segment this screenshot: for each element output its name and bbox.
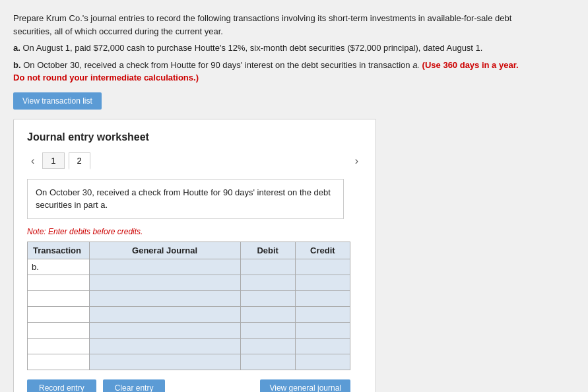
table-row	[28, 306, 350, 322]
col-transaction: Transaction	[28, 242, 90, 259]
clear-entry-button[interactable]: Clear entry	[103, 379, 166, 393]
journal-entry-worksheet: Journal entry worksheet ‹ 1 2 › On Octob…	[13, 119, 376, 393]
journal-input-cell[interactable]	[89, 354, 240, 370]
table-row	[28, 290, 350, 306]
prev-tab-chevron[interactable]: ‹	[27, 154, 38, 168]
credit-input-cell[interactable]	[295, 322, 350, 338]
credit-input-4[interactable]	[296, 323, 350, 338]
debit-input-cell[interactable]	[240, 306, 295, 322]
journal-input-6[interactable]	[90, 354, 240, 370]
credit-input-cell[interactable]	[295, 259, 350, 275]
debit-input-cell[interactable]	[240, 354, 295, 370]
journal-input-2[interactable]	[90, 291, 240, 306]
table-header-row: Transaction General Journal Debit Credit	[28, 242, 350, 259]
table-row	[28, 354, 350, 370]
intro-section: Prepare Krum Co.'s journal entries to re…	[13, 12, 575, 84]
entry-note: Note: Enter debits before credits.	[27, 227, 362, 236]
debit-input-cell[interactable]	[240, 322, 295, 338]
journal-input-cell[interactable]	[89, 338, 240, 354]
worksheet-title: Journal entry worksheet	[27, 131, 362, 143]
journal-input-cell[interactable]	[89, 275, 240, 290]
tab-1[interactable]: 1	[42, 152, 64, 169]
debit-input-2[interactable]	[241, 291, 295, 306]
debit-input-cell[interactable]	[240, 338, 295, 354]
transaction-label-2	[28, 290, 90, 306]
transaction-label-1	[28, 275, 90, 290]
debit-input-4[interactable]	[241, 323, 295, 338]
col-credit: Credit	[295, 242, 350, 259]
debit-input-cell[interactable]	[240, 275, 295, 290]
credit-input-2[interactable]	[296, 291, 350, 306]
col-general-journal: General Journal	[89, 242, 240, 259]
transaction-label-4	[28, 322, 90, 338]
credit-input-cell[interactable]	[295, 354, 350, 370]
debit-input-cell[interactable]	[240, 259, 295, 275]
journal-input-5[interactable]	[90, 339, 240, 354]
credit-input-cell[interactable]	[295, 338, 350, 354]
journal-input-4[interactable]	[90, 323, 240, 338]
journal-input-1[interactable]	[90, 275, 240, 290]
credit-input-0[interactable]	[296, 259, 350, 275]
journal-input-cell[interactable]	[89, 259, 240, 275]
record-entry-button[interactable]: Record entry	[27, 379, 96, 393]
credit-input-1[interactable]	[296, 275, 350, 290]
debit-input-6[interactable]	[241, 354, 295, 370]
transaction-label-3	[28, 306, 90, 322]
credit-input-cell[interactable]	[295, 306, 350, 322]
view-general-journal-button[interactable]: View general journal	[260, 379, 350, 393]
transaction-description: On October 30, received a check from Hou…	[27, 179, 344, 219]
transaction-label-b: b.	[28, 259, 90, 275]
debit-input-cell[interactable]	[240, 290, 295, 306]
journal-input-3[interactable]	[90, 307, 240, 322]
intro-line1: Prepare Krum Co.'s journal entries to re…	[13, 12, 575, 38]
intro-item-a: a. On August 1, paid $72,000 cash to pur…	[13, 42, 575, 55]
transaction-label-5	[28, 338, 90, 354]
journal-input-cell[interactable]	[89, 306, 240, 322]
journal-input-0[interactable]	[90, 259, 240, 275]
credit-input-6[interactable]	[296, 354, 350, 370]
tab-2[interactable]: 2	[69, 152, 90, 170]
next-tab-chevron[interactable]: ›	[351, 154, 362, 168]
credit-input-5[interactable]	[296, 339, 350, 354]
table-row: b.	[28, 259, 350, 275]
table-row	[28, 322, 350, 338]
col-debit: Debit	[240, 242, 295, 259]
debit-input-1[interactable]	[241, 275, 295, 290]
credit-input-cell[interactable]	[295, 290, 350, 306]
action-buttons: Record entry Clear entry View general jo…	[27, 379, 350, 393]
debit-input-0[interactable]	[241, 259, 295, 275]
journal-input-cell[interactable]	[89, 290, 240, 306]
debit-input-3[interactable]	[241, 307, 295, 322]
intro-item-b: b. On October 30, received a check from …	[13, 59, 575, 84]
debit-input-5[interactable]	[241, 339, 295, 354]
credit-input-cell[interactable]	[295, 275, 350, 290]
transaction-label-6	[28, 354, 90, 370]
credit-input-3[interactable]	[296, 307, 350, 322]
view-transaction-list-button[interactable]: View transaction list	[13, 92, 102, 110]
tab-navigation: ‹ 1 2 ›	[27, 152, 362, 170]
journal-input-cell[interactable]	[89, 322, 240, 338]
table-row	[28, 338, 350, 354]
table-row	[28, 275, 350, 290]
journal-table: Transaction General Journal Debit Credit…	[27, 242, 350, 370]
